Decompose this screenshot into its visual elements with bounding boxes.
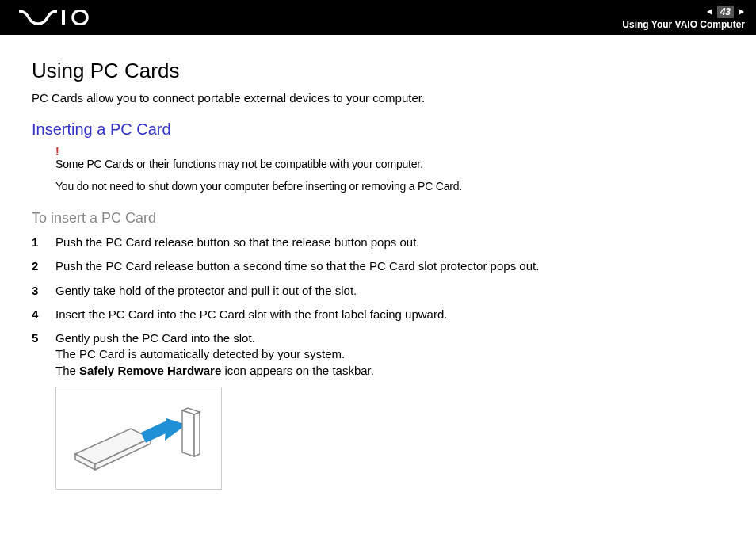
procedure-title: To insert a PC Card [32, 210, 724, 227]
warning-block: ! Some PC Cards or their functions may n… [55, 145, 724, 193]
prev-page-arrow-icon[interactable] [706, 8, 714, 16]
step-5: Gently push the PC Card into the slot. T… [32, 330, 724, 379]
svg-marker-9 [182, 410, 194, 456]
svg-rect-0 [62, 10, 65, 25]
header-bar: 43 Using Your VAIO Computer [0, 0, 756, 35]
subsection-title: Inserting a PC Card [32, 120, 724, 139]
vaio-logo [19, 10, 94, 25]
step-2: Push the PC Card release button a second… [32, 258, 724, 274]
step-5-line3: The Safely Remove Hardware icon appears … [55, 363, 724, 379]
step-4: Insert the PC Card into the PC Card slot… [32, 307, 724, 322]
step-5-line3-post: icon appears on the taskbar. [221, 364, 374, 377]
step-5-line3-bold: Safely Remove Hardware [79, 364, 221, 377]
section-title: Using Your VAIO Computer [622, 19, 745, 30]
pager: 43 [706, 6, 745, 18]
svg-marker-10 [194, 412, 200, 456]
header-right: 43 Using Your VAIO Computer [622, 6, 745, 30]
warning-text-1: Some PC Cards or their functions may not… [55, 158, 724, 170]
page-title: Using PC Cards [32, 59, 724, 83]
warning-icon: ! [55, 145, 724, 158]
warning-text-2: You do not need to shut down your comput… [55, 180, 724, 193]
page-content: Using PC Cards PC Cards allow you to con… [0, 35, 756, 490]
intro-text: PC Cards allow you to connect portable e… [32, 91, 724, 105]
step-1: Push the PC Card release button so that … [32, 235, 724, 250]
step-3: Gently take hold of the protector and pu… [32, 283, 724, 299]
next-page-arrow-icon[interactable] [737, 8, 745, 16]
steps-list: Push the PC Card release button so that … [32, 235, 724, 379]
page-number: 43 [717, 6, 734, 18]
step-5-line3-pre: The [55, 364, 79, 377]
step-5-line1: Gently push the PC Card into the slot. [55, 330, 724, 346]
svg-marker-2 [707, 9, 712, 15]
svg-point-1 [73, 10, 87, 25]
svg-marker-3 [739, 9, 744, 15]
step-5-line2: The PC Card is automatically detected by… [55, 346, 724, 362]
pc-card-illustration [55, 387, 222, 490]
